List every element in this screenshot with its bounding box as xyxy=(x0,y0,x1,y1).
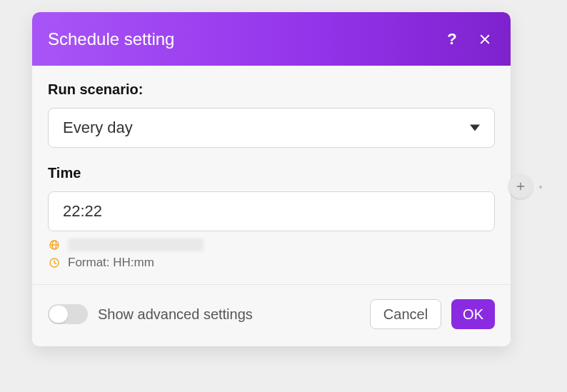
help-button[interactable]: ? xyxy=(442,29,462,49)
timezone-hint-row xyxy=(48,238,495,251)
chevron-down-icon xyxy=(470,125,480,131)
format-hint-row: Format: HH:mm xyxy=(48,256,495,270)
dialog-footer: Show advanced settings Cancel OK xyxy=(32,284,511,346)
time-label: Time xyxy=(48,165,495,181)
dialog-header: Schedule setting ? xyxy=(32,12,511,66)
advanced-settings-label: Show advanced settings xyxy=(98,306,253,323)
globe-icon xyxy=(48,238,61,251)
run-scenario-label: Run scenario: xyxy=(48,81,495,98)
help-icon: ? xyxy=(447,31,456,47)
plus-icon xyxy=(515,181,526,192)
time-hints: Format: HH:mm xyxy=(48,238,495,270)
edge-dot xyxy=(539,186,542,189)
close-icon xyxy=(478,33,491,46)
toggle-thumb xyxy=(49,306,68,323)
clock-icon xyxy=(48,256,61,269)
dialog-title: Schedule setting xyxy=(48,29,442,49)
timezone-hint-redacted xyxy=(68,238,204,251)
advanced-settings-toggle[interactable] xyxy=(48,304,88,324)
add-node-button[interactable] xyxy=(508,174,533,198)
format-hint-text: Format: HH:mm xyxy=(68,256,154,270)
run-scenario-select[interactable]: Every day xyxy=(48,108,495,148)
header-actions: ? xyxy=(442,29,495,49)
footer-actions: Cancel OK xyxy=(370,299,495,329)
footer-left: Show advanced settings xyxy=(48,304,370,324)
cancel-button[interactable]: Cancel xyxy=(370,299,441,329)
schedule-setting-dialog: Schedule setting ? Run scenario: Every d… xyxy=(32,12,511,346)
dialog-body: Run scenario: Every day Time xyxy=(32,66,511,284)
close-button[interactable] xyxy=(475,29,495,49)
run-scenario-value: Every day xyxy=(63,119,133,137)
time-input[interactable] xyxy=(48,191,495,231)
ok-button[interactable]: OK xyxy=(451,299,495,329)
